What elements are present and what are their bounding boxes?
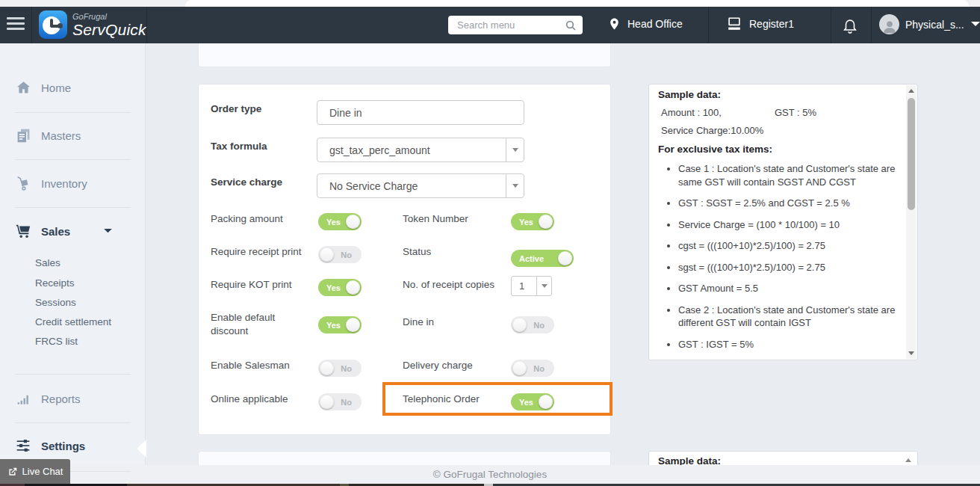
service-charge-select[interactable]: No Service Charge — [317, 173, 524, 198]
toggle-state: Yes — [326, 279, 341, 296]
user-menu[interactable]: Physical_s... — [879, 14, 980, 34]
toggle-knob — [346, 215, 360, 229]
dropdown-arrow-icon — [506, 138, 524, 162]
enable-salesman-label: Enable Salesman — [211, 360, 290, 371]
brand-name-top: GoFrugal — [72, 13, 146, 21]
telephonic-order-highlight — [382, 382, 612, 416]
servquick-app: GoFrugal ServQuick Head Office Register1 — [0, 0, 980, 486]
delivery-charge-toggle[interactable]: No — [511, 360, 554, 377]
settings-sliders-icon — [15, 438, 31, 453]
dine-in-toggle[interactable]: No — [511, 316, 554, 333]
sidebar-item-reports[interactable]: Reports — [0, 389, 146, 408]
toggle-knob — [346, 280, 360, 295]
toggle-state: No — [533, 316, 545, 333]
bullet-item: GST Amount = 5.5 — [678, 282, 902, 295]
sidebar-item-settings[interactable]: Settings — [0, 436, 146, 455]
sidebar-item-label: Reports — [41, 393, 81, 405]
live-chat-button[interactable]: Live Chat — [0, 459, 70, 484]
sidebar-item-sales[interactable]: Sales — [0, 221, 146, 241]
dropdown-arrow-icon — [506, 174, 524, 197]
bullet-item: Case 1 : Location's state and Customer's… — [678, 162, 902, 188]
bullet-item: cgst = (((100+10)*2.5)/100) = 2.75 — [678, 239, 902, 253]
copyright-text: © GoFrugal Technologies — [433, 469, 547, 480]
sidebar-nav: Home Masters Inventory — [0, 43, 146, 486]
toggle-state: Yes — [519, 213, 533, 230]
order-type-label: Order type — [211, 103, 261, 114]
bullet-item: GST : SGST = 2.5% and CGST = 2.5 % — [678, 197, 902, 210]
register-selector[interactable]: Register1 — [726, 16, 794, 32]
exclusive-tax-title: For exclusive tax items: — [658, 144, 902, 155]
user-label: Physical_s... — [905, 19, 964, 31]
status-toggle[interactable]: Active — [511, 250, 574, 267]
panel-scrollbar[interactable] — [906, 85, 917, 359]
require-receipt-print-label: Require receipt print — [211, 246, 302, 257]
navbar-divider — [871, 7, 872, 43]
toggle-state: Yes — [326, 316, 341, 333]
receipt-copies-select[interactable]: 1 — [511, 276, 552, 296]
sidebar-subitem-frcs-list[interactable]: FRCS list — [35, 336, 78, 347]
toggle-state: No — [341, 393, 352, 410]
sidebar-item-home[interactable]: Home — [0, 78, 146, 97]
order-type-value: Dine in — [329, 107, 362, 119]
sample-amount: Amount : 100, — [661, 107, 775, 118]
dine-in-label: Dine in — [403, 316, 434, 327]
toggle-knob — [512, 318, 527, 332]
location-label: Head Office — [627, 18, 683, 30]
tax-formula-select[interactable]: gst_tax_perc_amount — [317, 138, 524, 162]
brand-name-bottom: ServQuick — [72, 22, 146, 37]
online-applicable-toggle[interactable]: No — [318, 393, 362, 410]
location-selector[interactable]: Head Office — [608, 16, 683, 32]
scroll-down-arrow[interactable] — [908, 351, 914, 355]
avatar — [879, 14, 899, 34]
chevron-down-icon — [103, 226, 113, 236]
enable-default-discount-toggle[interactable]: Yes — [318, 316, 362, 333]
brand-logo[interactable]: GoFrugal ServQuick — [39, 10, 146, 39]
receipt-copies-value: 1 — [519, 280, 524, 292]
navbar-divider — [146, 7, 147, 43]
scrollbar-thumb[interactable] — [908, 98, 915, 210]
online-applicable-label: Online applicable — [211, 393, 288, 405]
toggle-knob — [346, 318, 360, 332]
token-number-toggle[interactable]: Yes — [511, 213, 554, 230]
register-icon — [726, 16, 742, 32]
sidebar-item-masters[interactable]: Masters — [0, 126, 146, 145]
search-icon[interactable] — [565, 19, 577, 31]
delivery-charge-label: Delivery charge — [403, 360, 473, 371]
sidebar-subitem-sessions[interactable]: Sessions — [35, 297, 76, 308]
sidebar-item-label: Masters — [41, 129, 81, 142]
search-input[interactable] — [456, 19, 565, 31]
footer: © GoFrugal Technologies — [0, 465, 980, 484]
sample-bullet-list: Case 1 : Location's state and Customer's… — [658, 162, 902, 351]
sidebar-item-inventory[interactable]: Inventory — [0, 173, 146, 193]
order-type-input[interactable]: Dine in — [317, 100, 524, 125]
toggle-knob — [320, 361, 334, 375]
sidebar-subitem-credit-settlement[interactable]: Credit settlement — [35, 316, 111, 327]
servquick-logo-icon — [39, 10, 67, 39]
sales-cart-icon — [15, 223, 31, 239]
dropdown-arrow-icon — [536, 277, 551, 295]
scroll-up-arrow[interactable] — [905, 458, 911, 462]
require-receipt-print-toggle[interactable]: No — [318, 246, 362, 263]
bullet-item: GST : IGST = 5% — [678, 338, 902, 351]
require-kot-print-toggle[interactable]: Yes — [318, 279, 362, 296]
token-number-label: Token Number — [403, 213, 468, 224]
masters-icon — [15, 128, 31, 144]
toggle-state: Yes — [326, 213, 341, 230]
active-indicator — [137, 440, 146, 458]
enable-salesman-toggle[interactable]: No — [318, 360, 362, 377]
enable-default-discount-label: Enable default discount — [211, 311, 294, 338]
sidebar-divider — [15, 207, 131, 208]
sample-data-title: Sample data: — [658, 89, 902, 100]
packing-amount-toggle[interactable]: Yes — [318, 213, 362, 230]
hamburger-menu-icon[interactable] — [7, 17, 25, 32]
service-charge-value: No Service Charge — [329, 180, 418, 192]
notifications-bell-icon[interactable] — [842, 16, 858, 37]
bullet-item: sgst = (((100+10)*2.5)/100) = 2.75 — [678, 261, 902, 274]
sidebar-subitem-sales[interactable]: Sales — [35, 257, 61, 268]
packing-amount-label: Packing amount — [211, 213, 283, 224]
sidebar-subitem-receipts[interactable]: Receipts — [35, 277, 75, 289]
sidebar-item-label: Sales — [41, 225, 70, 238]
scroll-up-arrow[interactable] — [908, 89, 914, 93]
navbar-divider — [708, 7, 709, 43]
navbar-divider — [831, 7, 831, 43]
